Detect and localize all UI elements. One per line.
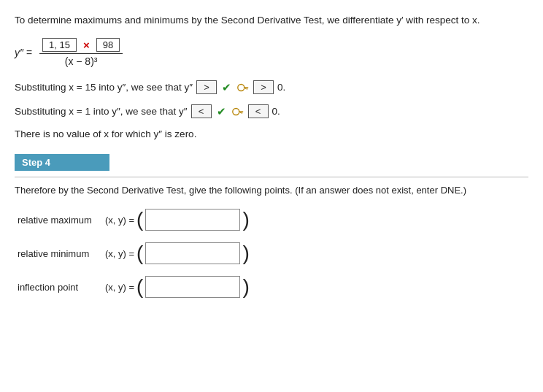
sub2-prefix: Substituting x = 1 into y″, we see that … [15,106,188,117]
inflection-point-row: inflection point (x, y) = ( ) [18,276,528,298]
svg-point-4 [232,108,239,115]
rel-min-close-paren: ) [242,243,249,264]
relative-minimum-formula: (x, y) = ( ) [105,242,250,264]
substitution-row-1: Substituting x = 15 into y″, we see that… [15,80,528,94]
therefore-text: Therefore by the Second Derivative Test,… [15,185,528,196]
sub1-prefix: Substituting x = 15 into y″, we see that… [15,82,193,93]
sub2-key-icon [231,105,244,118]
sub2-compare-dropdown[interactable]: < [248,104,269,118]
numerator-box: 1, 15 [42,38,77,52]
sub2-checkmark: ✔ [217,105,226,118]
sub1-checkmark: ✔ [222,81,231,94]
y-label: y″ = [15,47,32,58]
inf-pt-open-paren: ( [136,277,143,297]
sub2-zero: 0. [272,106,280,117]
result-box: 98 [96,38,120,52]
denominator: (x − 8)³ [62,54,101,67]
inflection-point-formula: (x, y) = ( ) [105,276,250,298]
step4-wrapper: Step 4 [15,154,528,171]
svg-point-0 [238,84,244,91]
inflection-point-label: inflection point [18,282,98,293]
sub1-key-icon [236,81,250,94]
relative-minimum-label: relative minimum [18,248,98,259]
relative-minimum-row: relative minimum (x, y) = ( ) [18,242,528,264]
rel-max-open-paren: ( [136,210,143,230]
numerator: 1, 15 × 98 [39,38,123,54]
sub1-zero: 0. [277,82,285,93]
rel-max-close-paren: ) [242,210,249,230]
step4-bar: Step 4 [15,154,109,171]
points-section: relative maximum (x, y) = ( ) relative m… [15,209,528,298]
relative-maximum-formula: (x, y) = ( ) [105,209,250,231]
relative-maximum-row: relative maximum (x, y) = ( ) [18,209,528,231]
formula-row: y″ = 1, 15 × 98 (x − 8)³ [15,38,528,67]
divider [15,177,528,177]
inf-pt-formula-text: (x, y) = [105,282,134,293]
rel-min-open-paren: ( [136,243,143,264]
no-value-text: There is no value of x for which y″ is z… [15,128,528,139]
inflection-point-input[interactable] [145,276,240,298]
sub1-dropdown[interactable]: > [196,80,217,94]
inf-pt-close-paren: ) [242,277,249,297]
multiply-symbol: × [83,39,90,51]
relative-minimum-input[interactable] [145,242,240,264]
sub1-compare-dropdown[interactable]: > [253,80,274,94]
relative-maximum-label: relative maximum [18,215,98,226]
intro-text: To determine maximums and minimums by th… [15,13,528,28]
rel-max-formula-text: (x, y) = [105,215,134,226]
sub2-dropdown[interactable]: < [191,104,212,118]
fraction: 1, 15 × 98 (x − 8)³ [39,38,123,67]
relative-maximum-input[interactable] [145,209,240,231]
substitution-row-2: Substituting x = 1 into y″, we see that … [15,104,528,118]
rel-min-formula-text: (x, y) = [105,248,134,259]
